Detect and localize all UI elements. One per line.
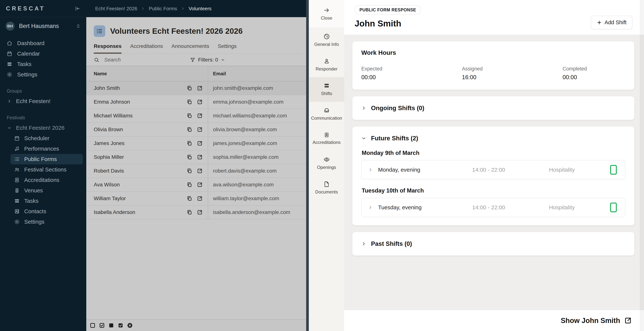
- table-row[interactable]: Robert Davis robert.davis@example.com: [86, 164, 309, 178]
- tab-accreditations[interactable]: Accreditations: [130, 43, 163, 54]
- duplicate-icon[interactable]: [186, 99, 192, 105]
- square-outline-icon[interactable]: [90, 322, 96, 328]
- table-row[interactable]: James Jones james.jones@example.com: [86, 136, 309, 150]
- sidebar-item-settings[interactable]: Settings: [10, 216, 83, 227]
- festival-subitem-label: Contacts: [24, 208, 46, 214]
- open-in-new-icon[interactable]: [197, 182, 202, 188]
- detail-nav-accreditations[interactable]: Accreditations: [309, 126, 344, 151]
- tab-settings[interactable]: Settings: [218, 43, 237, 54]
- sidebar-item-label: Settings: [17, 72, 37, 78]
- duplicate-icon[interactable]: [186, 154, 192, 160]
- shift-row[interactable]: Tuesday, evening 14:00 - 22:00 Hospitali…: [361, 198, 625, 217]
- add-shift-button[interactable]: Add Shift: [591, 16, 632, 29]
- square-check-outline-icon[interactable]: [99, 322, 105, 328]
- breadcrumb-item[interactable]: Echt Feesten! 2026: [95, 6, 137, 12]
- table-row[interactable]: Sophia Miller sophia.miller@example.com: [86, 150, 309, 164]
- sidebar-item-public-forms[interactable]: Public Forms: [10, 154, 83, 164]
- show-responder-link[interactable]: Show John Smith: [561, 317, 632, 325]
- sidebar-item-accreditations[interactable]: Accreditations: [10, 175, 83, 185]
- row-name: James Jones: [94, 140, 124, 146]
- responses-table: Name Email John Smith john.smith@example…: [86, 66, 309, 219]
- detail-nav-general-info[interactable]: General Info: [309, 28, 344, 52]
- detail-nav-documents[interactable]: Documents: [309, 176, 344, 200]
- table-row[interactable]: William Taylor william.taylor@example.co…: [86, 192, 309, 206]
- sidebar-item-calendar[interactable]: Calendar: [0, 48, 86, 59]
- filters-dropdown[interactable]: Filters: 0: [190, 57, 225, 63]
- open-in-new-icon[interactable]: [197, 196, 202, 201]
- duplicate-icon[interactable]: [186, 168, 192, 174]
- breadcrumb-item[interactable]: Public Forms: [149, 6, 177, 12]
- shift-status-checkbox[interactable]: [610, 165, 617, 175]
- sidebar-item-festival-sections[interactable]: Festival Sections: [10, 164, 83, 175]
- sidebar-item-tasks[interactable]: Tasks: [10, 196, 83, 206]
- sidebar-item-tasks[interactable]: Tasks: [0, 59, 86, 69]
- table-row[interactable]: Michael Williams michael.williams@exampl…: [86, 109, 309, 123]
- table-row[interactable]: Olivia Brown olivia.brown@example.com: [86, 123, 309, 136]
- table-header: Name Email: [86, 66, 309, 82]
- stat-value: 00:00: [562, 74, 625, 81]
- sidebar-item-settings[interactable]: Settings: [0, 69, 86, 80]
- detail-nav-shifts[interactable]: Shifts: [309, 77, 344, 102]
- user-menu[interactable]: BH Bert Hausmans: [0, 17, 86, 35]
- detail-nav-communication[interactable]: Communication: [309, 102, 344, 126]
- shift-row[interactable]: Monday, evening 14:00 - 22:00 Hospitalit…: [361, 160, 625, 180]
- sidebar-item-festival[interactable]: Echt Feesten! 2026: [0, 123, 86, 133]
- sidebar-item-scheduler[interactable]: Scheduler: [10, 133, 83, 144]
- sidebar-item-label: Dashboard: [17, 40, 44, 46]
- table-row[interactable]: Ava Wilson ava.wilson@example.com: [86, 178, 309, 192]
- open-in-new-icon[interactable]: [197, 168, 202, 174]
- chevron-updown-icon: [76, 24, 81, 28]
- open-in-new-icon[interactable]: [197, 140, 202, 146]
- column-header-name[interactable]: Name: [86, 66, 208, 81]
- square-filled-icon[interactable]: [108, 322, 114, 328]
- detail-nav-label: Documents: [315, 189, 338, 195]
- tab-responses[interactable]: Responses: [94, 43, 122, 54]
- shift-group-date: Monday 9th of March: [362, 150, 625, 156]
- detail-nav-openings[interactable]: Openings: [309, 151, 344, 176]
- table-row[interactable]: Emma Johnson emma.johnson@example.com: [86, 95, 309, 109]
- collapse-sidebar-icon[interactable]: [75, 6, 80, 11]
- detail-nav-responder[interactable]: Responder: [309, 52, 344, 77]
- sidebar-group-item[interactable]: Echt Feesten!: [0, 96, 86, 106]
- sidebar-item-contacts[interactable]: Contacts: [10, 206, 83, 216]
- list-scrollbar[interactable]: [306, 0, 309, 331]
- sidebar-item-label: Calendar: [17, 50, 40, 57]
- open-in-new-icon[interactable]: [197, 99, 202, 105]
- duplicate-icon[interactable]: [186, 127, 192, 132]
- open-in-new-icon[interactable]: [197, 127, 202, 132]
- breadcrumb-item[interactable]: Volunteers: [188, 6, 212, 12]
- groups-section-label: Groups: [0, 88, 86, 94]
- row-name: John Smith: [94, 85, 120, 91]
- duplicate-icon[interactable]: [186, 182, 192, 188]
- shift-status-checkbox[interactable]: [610, 202, 617, 212]
- tab-announcements[interactable]: Announcements: [172, 43, 209, 54]
- square-check-filled-icon[interactable]: [118, 322, 124, 328]
- duplicate-icon[interactable]: [186, 85, 192, 91]
- table-row[interactable]: John Smith john.smith@example.com: [86, 82, 309, 95]
- open-in-new-icon[interactable]: [197, 210, 202, 215]
- duplicate-icon[interactable]: [186, 113, 192, 118]
- shift-section: Hospitality: [549, 166, 610, 173]
- duplicate-icon[interactable]: [186, 140, 192, 146]
- ongoing-shifts-toggle[interactable]: Ongoing Shifts (0): [361, 104, 625, 112]
- detail-nav-close[interactable]: Close: [309, 0, 344, 28]
- open-in-new-icon[interactable]: [197, 154, 202, 160]
- past-shifts-toggle[interactable]: Past Shifts (0): [361, 240, 625, 247]
- speaker-icon: [14, 188, 20, 193]
- open-in-new-icon[interactable]: [197, 113, 202, 118]
- circle-x-filled-icon[interactable]: [127, 322, 133, 328]
- column-header-email[interactable]: Email: [208, 66, 309, 81]
- row-email: sophia.miller@example.com: [213, 154, 278, 160]
- table-row[interactable]: Isabella Anderson isabella.anderson@exam…: [86, 206, 309, 219]
- sidebar-item-venues[interactable]: Venues: [10, 185, 83, 196]
- future-shifts-toggle[interactable]: Future Shifts (2): [361, 135, 625, 142]
- shift-group: Tuesday 10th of March Tuesday, evening 1…: [361, 187, 625, 217]
- search-input[interactable]: [104, 57, 156, 63]
- sidebar-item-dashboard[interactable]: Dashboard: [0, 38, 86, 48]
- sidebar-item-performances[interactable]: Performances: [10, 144, 83, 154]
- detail-scrollbar[interactable]: [640, 0, 644, 331]
- open-in-new-icon[interactable]: [197, 85, 202, 91]
- duplicate-icon[interactable]: [186, 210, 192, 215]
- duplicate-icon[interactable]: [186, 196, 192, 201]
- row-email: olivia.brown@example.com: [213, 126, 277, 132]
